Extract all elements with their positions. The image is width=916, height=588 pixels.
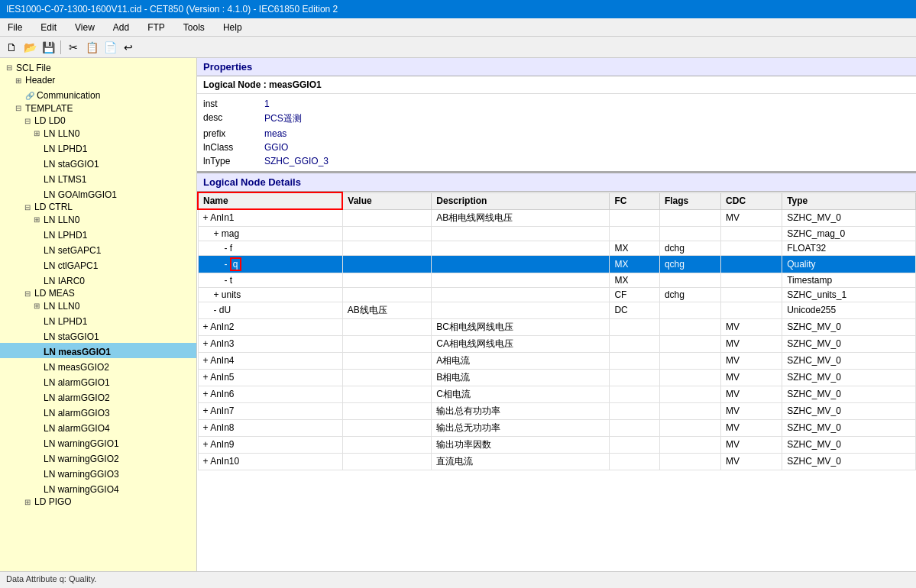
tree-node-setgapc1[interactable]: LN setGAPC1 <box>0 241 196 257</box>
col-header-type[interactable]: Type <box>782 192 916 209</box>
table-row[interactable]: - tMXTimestamp <box>198 273 916 287</box>
copy-button[interactable]: 📋 <box>83 39 100 56</box>
col-header-fc[interactable]: FC <box>610 192 660 209</box>
tree-node-measggio2[interactable]: LN measGGIO2 <box>0 358 196 373</box>
tree-node-communication[interactable]: 🔗Communication <box>0 86 196 102</box>
tree-node-lphd1_ld0[interactable]: LN LPHD1 <box>0 140 196 155</box>
row-expander[interactable]: + <box>203 212 211 223</box>
tree-node-ln0_meas[interactable]: ⊞LN LLN0 <box>0 299 196 312</box>
table-row[interactable]: + unitsCFdchgSZHC_units_1 <box>198 287 916 302</box>
tree-node-staggio1_meas[interactable]: LN staGGIO1 <box>0 328 196 343</box>
menu-item-ftp[interactable]: FTP <box>143 21 170 34</box>
tree-node-ld0[interactable]: ⊟LD LD0 <box>0 115 196 128</box>
table-row[interactable]: + AnIn8输出总无功功率MVSZHC_MV_0 <box>198 419 916 436</box>
col-header-value[interactable]: Value <box>342 192 432 209</box>
menu-item-file[interactable]: File <box>3 21 27 34</box>
menu-item-add[interactable]: Add <box>108 21 134 34</box>
tree-node-warningggio4[interactable]: LN warningGGIO4 <box>0 480 196 496</box>
tree-expander-ld0[interactable]: ⊟ <box>23 117 32 125</box>
row-expander[interactable]: + <box>203 338 211 349</box>
tree-node-ltms1[interactable]: LN LTMS1 <box>0 170 196 186</box>
row-expander[interactable]: + <box>214 228 222 239</box>
tree-expander-ln0_ctrl[interactable]: ⊞ <box>32 215 41 224</box>
details-table-container[interactable]: NameValueDescriptionFCFlagsCDCType + AnI… <box>197 192 916 571</box>
tree-expander-meas[interactable]: ⊟ <box>23 289 32 298</box>
tree-node-iarc0[interactable]: LN IARC0 <box>0 272 196 287</box>
cell-name: - t <box>198 273 342 287</box>
tree-node-warningggio1[interactable]: LN warningGGIO1 <box>0 435 196 450</box>
tree-node-alarmggio4[interactable]: LN alarmGGIO4 <box>0 419 196 435</box>
paste-button[interactable]: 📄 <box>102 39 118 56</box>
cell-name: + AnIn3 <box>198 335 342 352</box>
tree-node-pigo[interactable]: ⊞LD PIGO <box>0 496 196 509</box>
table-row[interactable]: + AnIn10直流电流MVSZHC_MV_0 <box>198 453 916 470</box>
undo-button[interactable]: ↩ <box>120 39 137 56</box>
tree-expander-template[interactable]: ⊟ <box>14 104 23 112</box>
tree-node-template[interactable]: ⊟TEMPLATE <box>0 102 196 115</box>
tree-node-lphd1_ctrl[interactable]: LN LPHD1 <box>0 226 196 241</box>
tree-node-alarmggio3[interactable]: LN alarmGGIO3 <box>0 404 196 419</box>
row-expander[interactable]: + <box>203 372 211 383</box>
tree-node-ctlgapc1[interactable]: LN ctlGAPC1 <box>0 257 196 272</box>
table-row[interactable]: + magSZHC_mag_0 <box>198 226 916 241</box>
tree-expander-ln0_ld0[interactable]: ⊞ <box>32 129 41 137</box>
table-row[interactable]: + AnIn3CA相电线网线电压MVSZHC_MV_0 <box>198 335 916 352</box>
tree-node-goalmggio1[interactable]: LN GOAlmGGIO1 <box>0 186 196 201</box>
row-expander[interactable]: + <box>214 289 222 300</box>
table-row[interactable]: - fMXdchgFLOAT32 <box>198 241 916 255</box>
tree-label-lphd1_meas: LN LPHD1 <box>44 316 87 327</box>
tree-expander-header[interactable]: ⊞ <box>14 76 23 85</box>
row-expander[interactable]: + <box>203 405 211 416</box>
tree-node-staggio1_ld0[interactable]: LN staGGIO1 <box>0 155 196 170</box>
row-expander[interactable]: + <box>203 355 211 366</box>
tree-expander-ctrl[interactable]: ⊟ <box>23 203 32 212</box>
tree-node-meas[interactable]: ⊟LD MEAS <box>0 287 196 300</box>
tree-expander-pigo[interactable]: ⊞ <box>23 498 32 506</box>
row-expander[interactable]: + <box>203 439 211 450</box>
table-row[interactable]: + AnIn9输出功率因数MVSZHC_MV_0 <box>198 436 916 453</box>
table-row[interactable]: - dUAB线电压DCUnicode255 <box>198 302 916 318</box>
menu-item-view[interactable]: View <box>70 21 99 34</box>
tree-node-ln0_ctrl[interactable]: ⊞LN LLN0 <box>0 213 196 226</box>
tree-expander-scl[interactable]: ⊟ <box>5 63 14 72</box>
col-header-description[interactable]: Description <box>432 192 610 209</box>
table-row[interactable]: + AnIn7输出总有功功率MVSZHC_MV_0 <box>198 402 916 419</box>
row-expander[interactable]: + <box>203 389 211 399</box>
tree-node-warningggio3[interactable]: LN warningGGIO3 <box>0 465 196 480</box>
cell-flags: dchg <box>659 287 720 302</box>
tree-node-ctrl[interactable]: ⊟LD CTRL <box>0 201 196 214</box>
tree-node-measggio1[interactable]: LN measGGIO1 <box>0 343 196 358</box>
table-row[interactable]: + AnIn5B相电流MVSZHC_MV_0 <box>198 369 916 386</box>
menu-item-edit[interactable]: Edit <box>36 21 61 34</box>
tree-label-staggio1_ld0: LN staGGIO1 <box>44 159 99 170</box>
table-row[interactable]: + AnIn2BC相电线网线电压MVSZHC_MV_0 <box>198 318 916 335</box>
cut-button[interactable]: ✂ <box>65 39 82 56</box>
col-header-flags[interactable]: Flags <box>659 192 720 209</box>
save-button[interactable]: 💾 <box>40 39 57 56</box>
details-section: Logical Node Details NameValueDescriptio… <box>197 173 916 571</box>
table-row[interactable]: + AnIn6C相电流MVSZHC_MV_0 <box>198 386 916 402</box>
cell-cdc: MV <box>721 402 782 419</box>
menu-item-tools[interactable]: Tools <box>179 21 209 34</box>
tree-node-alarmggio2[interactable]: LN alarmGGIO2 <box>0 389 196 404</box>
tree-node-ln0_ld0[interactable]: ⊞LN LLN0 <box>0 127 196 140</box>
table-row[interactable]: + AnIn1AB相电线网线电压MVSZHC_MV_0 <box>198 209 916 226</box>
table-row[interactable]: + AnIn4A相电流MVSZHC_MV_0 <box>198 352 916 369</box>
tree-panel[interactable]: ⊟SCL File⊞Header🔗Communication⊟TEMPLATE⊟… <box>0 58 197 571</box>
tree-node-header[interactable]: ⊞Header <box>0 74 196 87</box>
tree-node-lphd1_meas[interactable]: LN LPHD1 <box>0 312 196 328</box>
open-button[interactable]: 📂 <box>21 39 38 56</box>
new-button[interactable]: 🗋 <box>3 39 20 56</box>
tree-node-alarmggio1[interactable]: LN alarmGGIO1 <box>0 373 196 389</box>
row-expander[interactable]: + <box>203 456 211 467</box>
tree-expander-ln0_meas[interactable]: ⊞ <box>32 302 41 310</box>
tree-node-scl[interactable]: ⊟SCL File <box>0 61 196 74</box>
col-header-cdc[interactable]: CDC <box>721 192 782 209</box>
tree-node-warningggio2[interactable]: LN warningGGIO2 <box>0 450 196 465</box>
cell-flags <box>659 226 720 241</box>
row-expander[interactable]: + <box>203 422 211 433</box>
col-header-name[interactable]: Name <box>198 192 342 209</box>
menu-item-help[interactable]: Help <box>218 21 247 34</box>
row-expander[interactable]: + <box>203 321 211 332</box>
table-row[interactable]: - qMXqchgQuality <box>198 255 916 273</box>
